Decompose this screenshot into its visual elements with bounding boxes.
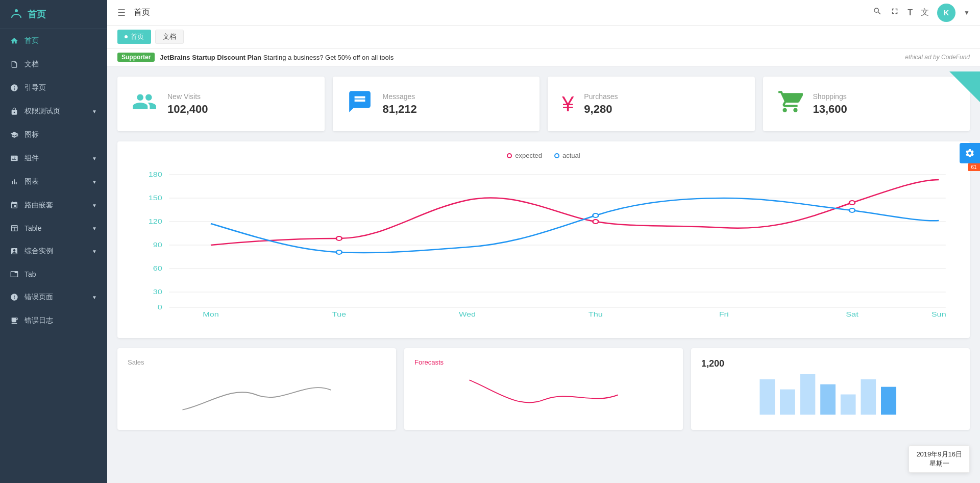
svg-text:180: 180: [149, 171, 162, 178]
svg-text:Thu: Thu: [589, 311, 603, 318]
sidebar-item-docs[interactable]: 文档: [0, 53, 107, 76]
stat-card-new-visits: New Visits 102,400: [117, 77, 325, 131]
svg-text:Wed: Wed: [459, 311, 476, 318]
breadcrumb-bar: 首页 文档: [107, 26, 980, 49]
sidebar-item-icons[interactable]: 图标: [0, 123, 107, 147]
fullscreen-icon[interactable]: [890, 7, 899, 18]
sidebar-item-label: 首页: [24, 36, 39, 45]
third-chart-value: 1,200: [701, 358, 960, 369]
guide-icon: [10, 84, 18, 92]
tab-dot: [125, 35, 128, 38]
supporter-badge: Supporter: [117, 53, 155, 62]
svg-rect-26: [841, 395, 856, 415]
svg-text:Sat: Sat: [846, 311, 858, 318]
purchases-value: 9,280: [584, 103, 740, 116]
line-chart-card: expected actual 18: [117, 141, 970, 338]
sidebar-item-label: 综合实例: [24, 247, 53, 256]
expected-line: [211, 180, 939, 245]
svg-point-0: [15, 9, 18, 12]
actual-dot: [554, 153, 559, 158]
sidebar-item-label: 权限测试页: [24, 107, 60, 116]
logo-icon: [10, 8, 22, 20]
purchases-info: Purchases 9,280: [584, 92, 740, 116]
messages-value: 81,212: [383, 103, 526, 116]
purchases-icon: ¥: [562, 91, 574, 117]
arrow-icon: ▼: [92, 156, 97, 161]
avatar[interactable]: K: [937, 4, 955, 22]
chart-svg-wrapper: 180 150 120 90 60 30 0 Mon Tue Wed Thu F…: [128, 164, 960, 328]
home-icon: [10, 37, 18, 45]
sidebar-item-error-pages[interactable]: 错误页面 ▼: [0, 285, 107, 309]
sidebar-item-guide[interactable]: 引导页: [0, 76, 107, 100]
svg-text:0: 0: [158, 304, 162, 310]
breadcrumb-tab-home[interactable]: 首页: [117, 30, 151, 44]
svg-text:Tue: Tue: [332, 311, 347, 318]
router-icon: [10, 201, 18, 209]
svg-text:90: 90: [153, 242, 162, 248]
sidebar-item-label: 错误日志: [24, 316, 53, 325]
arrow-icon: ▼: [92, 226, 97, 231]
svg-text:Sun: Sun: [932, 311, 946, 318]
sidebar-item-home[interactable]: 首页: [0, 29, 107, 53]
sidebar-item-label: 文档: [24, 60, 39, 69]
settings-fab[interactable]: [960, 143, 980, 163]
breadcrumb-tab-label: 首页: [131, 32, 144, 41]
legend-actual: actual: [554, 152, 580, 159]
sidebar-item-tab[interactable]: Tab: [0, 263, 107, 285]
tab-icon: [10, 270, 18, 278]
doc-icon: [10, 60, 18, 68]
main-area: ☰ 首页 T 文 K ▼ 首页 文档 Supporter JetBrains S…: [107, 0, 980, 483]
sidebar-item-error-log[interactable]: 错误日志: [0, 309, 107, 332]
expected-dot-sat: [849, 201, 855, 205]
shoppings-label: Shoppings: [813, 92, 956, 101]
lock-icon: [10, 107, 18, 115]
arrow-icon: ▼: [92, 203, 97, 208]
stat-card-messages: Messages 81,212: [333, 77, 540, 131]
sidebar-item-table[interactable]: Table ▼: [0, 217, 107, 239]
bottom-chart-sales: Sales: [117, 348, 396, 430]
sidebar-item-label: 路由嵌套: [24, 201, 53, 210]
purchases-label: Purchases: [584, 92, 740, 101]
header-actions: T 文 K ▼: [873, 4, 970, 22]
expected-dot: [507, 153, 512, 158]
line-chart-svg: 180 150 120 90 60 30 0 Mon Tue Wed Thu F…: [128, 164, 960, 323]
sidebar-logo[interactable]: 首页: [0, 0, 107, 29]
breadcrumb-tab-docs[interactable]: 文档: [155, 30, 184, 44]
sidebar-item-router[interactable]: 路由嵌套 ▼: [0, 194, 107, 217]
svg-rect-23: [780, 390, 795, 415]
svg-text:60: 60: [153, 265, 162, 272]
font-icon[interactable]: T: [908, 8, 913, 17]
menu-icon[interactable]: ☰: [117, 7, 126, 18]
svg-text:Fri: Fri: [719, 311, 729, 318]
forecasts-chart: [414, 370, 673, 420]
arrow-icon: ▼: [92, 295, 97, 300]
sidebar-item-charts[interactable]: 图表 ▼: [0, 170, 107, 194]
actual-dot-thu: [593, 213, 598, 218]
svg-text:Mon: Mon: [203, 311, 219, 318]
sidebar-item-permissions[interactable]: 权限测试页 ▼: [0, 100, 107, 123]
sidebar-item-components[interactable]: 组件 ▼: [0, 147, 107, 170]
sidebar-item-examples[interactable]: 综合实例 ▼: [0, 239, 107, 263]
sidebar: 首页 首页 文档 引导页 权限测试页 ▼ 图标 组件 ▼ 图表 ▼ 路由嵌套 ▼: [0, 0, 107, 483]
stat-card-shoppings: Shoppings 13,600: [763, 77, 970, 131]
page-title: 首页: [134, 7, 865, 18]
avatar-dropdown-icon[interactable]: ▼: [964, 9, 970, 16]
component-icon: [10, 154, 18, 162]
sidebar-item-label: 组件: [24, 154, 39, 163]
breadcrumb-tab-label: 文档: [163, 32, 176, 41]
lang-icon[interactable]: 文: [921, 7, 929, 18]
log-icon: [10, 317, 18, 325]
arrow-icon: ▼: [92, 179, 97, 185]
ad-brand: JetBrains Startup Discount Plan: [160, 54, 261, 61]
expected-label: expected: [515, 152, 542, 159]
date-widget: 2019年9月16日 星期一: [909, 445, 970, 473]
expected-dot-tue: [336, 236, 342, 240]
table-icon: [10, 224, 18, 232]
search-icon[interactable]: [873, 7, 882, 18]
sidebar-item-label: 图表: [24, 177, 39, 186]
svg-text:150: 150: [149, 195, 162, 201]
messages-icon: [347, 89, 373, 119]
svg-rect-25: [820, 384, 836, 415]
new-visits-label: New Visits: [167, 92, 310, 101]
stats-row: New Visits 102,400 Messages 81,212 ¥ Pur…: [117, 77, 970, 131]
